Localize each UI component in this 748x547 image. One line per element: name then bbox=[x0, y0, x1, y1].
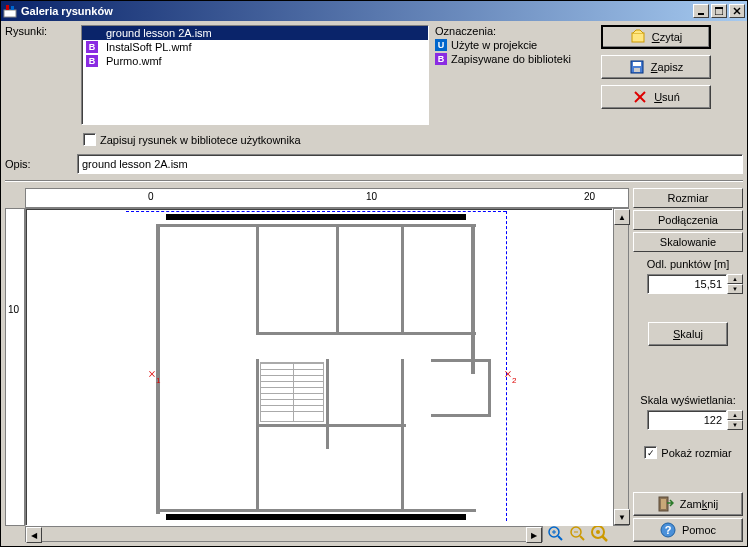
spin-down[interactable]: ▼ bbox=[727, 284, 743, 294]
svg-line-22 bbox=[602, 536, 607, 541]
window-title: Galeria rysunków bbox=[21, 5, 693, 17]
svg-rect-5 bbox=[715, 7, 723, 9]
legend-item: B Zapisywane do biblioteki bbox=[435, 53, 595, 65]
legend-item: U Użyte w projekcie bbox=[435, 39, 595, 51]
usun-button[interactable]: Usuń bbox=[601, 85, 711, 109]
svg-rect-11 bbox=[634, 68, 640, 72]
delete-icon bbox=[632, 89, 648, 105]
pokaz-rozmiar-label: Pokaż rozmiar bbox=[661, 447, 731, 459]
ruler-vertical: 10 bbox=[5, 208, 25, 526]
tab-skalowanie[interactable]: Skalowanie bbox=[633, 232, 743, 252]
file-item[interactable]: ground lesson 2A.ism bbox=[82, 26, 428, 40]
svg-rect-25 bbox=[661, 499, 666, 509]
file-type-icon bbox=[86, 27, 98, 39]
zoom-in-icon[interactable] bbox=[547, 525, 565, 543]
file-name: Purmo.wmf bbox=[106, 55, 162, 67]
rysunki-label: Rysunki: bbox=[5, 25, 47, 37]
svg-rect-3 bbox=[698, 13, 704, 15]
marker-x1: ×1 bbox=[148, 367, 160, 385]
czytaj-button[interactable]: CCzytajzytaj bbox=[601, 25, 711, 49]
svg-point-23 bbox=[596, 530, 600, 534]
save-to-library-checkbox[interactable] bbox=[83, 133, 96, 146]
marker-x2: ×2 bbox=[504, 367, 516, 385]
titlebar: Galeria rysunków bbox=[1, 1, 747, 21]
svg-line-19 bbox=[580, 536, 584, 540]
skala-spinner[interactable]: ▲ ▼ bbox=[727, 410, 743, 430]
svg-line-15 bbox=[558, 536, 562, 540]
svg-text:?: ? bbox=[665, 524, 672, 536]
skaluj-button[interactable]: Skaluj bbox=[648, 322, 728, 346]
file-name: InstalSoft PL.wmf bbox=[106, 41, 192, 53]
file-name: ground lesson 2A.ism bbox=[106, 27, 212, 39]
file-type-icon: B bbox=[86, 41, 98, 53]
file-item[interactable]: B Purmo.wmf bbox=[82, 54, 428, 68]
spin-down[interactable]: ▼ bbox=[727, 420, 743, 430]
legend-icon-u: U bbox=[435, 39, 447, 51]
skala-label: Skala wyświetlania: bbox=[633, 394, 743, 406]
scroll-up-button[interactable]: ▲ bbox=[614, 209, 630, 225]
minimize-button[interactable] bbox=[693, 4, 709, 18]
opis-label: Opis: bbox=[5, 158, 69, 170]
read-icon bbox=[630, 29, 646, 45]
spin-up[interactable]: ▲ bbox=[727, 410, 743, 420]
pomoc-button[interactable]: ? Pomoc bbox=[633, 518, 743, 542]
legend-icon-b: B bbox=[435, 53, 447, 65]
close-button[interactable] bbox=[729, 4, 745, 18]
svg-rect-10 bbox=[633, 62, 641, 66]
zapisz-button[interactable]: Zapisz bbox=[601, 55, 711, 79]
odl-spinner[interactable]: ▲ ▼ bbox=[727, 274, 743, 294]
legend-text: Zapisywane do biblioteki bbox=[451, 53, 571, 65]
oznaczenia-label: Oznaczenia: bbox=[435, 25, 496, 37]
odl-punktow-input[interactable] bbox=[647, 274, 727, 294]
scroll-right-button[interactable]: ▶ bbox=[526, 527, 542, 543]
scrollbar-horizontal[interactable]: ◀ ▶ bbox=[25, 526, 543, 542]
svg-rect-2 bbox=[11, 6, 14, 10]
drawing-canvas[interactable]: ×1 ×2 bbox=[25, 208, 613, 526]
maximize-button[interactable] bbox=[711, 4, 727, 18]
scroll-left-button[interactable]: ◀ bbox=[26, 527, 42, 543]
skala-input[interactable] bbox=[647, 410, 727, 430]
file-item[interactable]: B InstalSoft PL.wmf bbox=[82, 40, 428, 54]
tab-rozmiar[interactable]: Rozmiar bbox=[633, 188, 743, 208]
save-icon bbox=[629, 59, 645, 75]
opis-input[interactable] bbox=[77, 154, 743, 174]
spin-up[interactable]: ▲ bbox=[727, 274, 743, 284]
legend-text: Użyte w projekcie bbox=[451, 39, 537, 51]
zoom-fit-icon[interactable] bbox=[591, 525, 609, 543]
odl-punktow-label: Odl. punktów [m] bbox=[633, 258, 743, 270]
exit-icon bbox=[658, 496, 674, 512]
file-type-icon: B bbox=[86, 55, 98, 67]
app-icon bbox=[3, 4, 17, 18]
svg-rect-8 bbox=[632, 33, 644, 42]
floor-plan bbox=[126, 214, 506, 524]
tab-podlaczenia[interactable]: Podłączenia bbox=[633, 210, 743, 230]
zoom-out-icon[interactable] bbox=[569, 525, 587, 543]
svg-rect-1 bbox=[6, 5, 9, 10]
scrollbar-vertical[interactable]: ▲ ▼ bbox=[613, 208, 629, 526]
pokaz-rozmiar-checkbox[interactable]: ✓ bbox=[644, 446, 657, 459]
help-icon: ? bbox=[660, 522, 676, 538]
file-list[interactable]: ground lesson 2A.ism B InstalSoft PL.wmf… bbox=[81, 25, 429, 125]
divider bbox=[5, 180, 743, 182]
scroll-down-button[interactable]: ▼ bbox=[614, 509, 630, 525]
save-to-library-label: Zapisuj rysunek w bibliotece użytkownika bbox=[100, 134, 301, 146]
zamknij-button[interactable]: Zamknij bbox=[633, 492, 743, 516]
svg-rect-0 bbox=[4, 10, 16, 17]
ruler-horizontal: 0 10 20 bbox=[25, 188, 629, 208]
